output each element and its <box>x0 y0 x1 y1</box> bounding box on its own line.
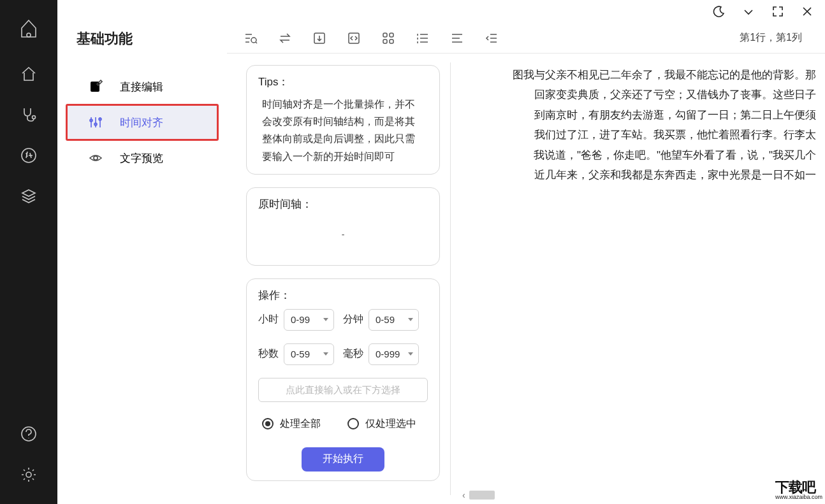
theme-toggle-icon[interactable] <box>713 5 726 18</box>
ms-select[interactable]: 0-999 <box>369 343 419 365</box>
nav-help[interactable] <box>17 422 40 445</box>
tips-title: Tips： <box>258 75 428 89</box>
direct-time-input[interactable] <box>258 378 428 402</box>
radio-label: 处理全部 <box>280 417 321 431</box>
hour-select[interactable]: 0-99 <box>284 309 334 331</box>
radio-icon <box>262 418 274 429</box>
svg-point-13 <box>251 38 256 43</box>
edit-icon <box>88 79 103 94</box>
original-timeline-card: 原时间轴： - <box>246 187 440 266</box>
operation-title: 操作： <box>258 288 428 303</box>
sidebar-item-time-align[interactable]: 时间对齐 <box>66 104 218 140</box>
minute-label: 分钟 <box>343 313 363 326</box>
nav-settings[interactable] <box>17 463 40 486</box>
maximize-icon[interactable] <box>771 5 784 18</box>
minimize-icon[interactable] <box>742 5 755 18</box>
swap-icon[interactable] <box>275 29 295 48</box>
nav-translate[interactable] <box>17 144 40 167</box>
nav-layers[interactable] <box>17 185 40 208</box>
grid-icon[interactable] <box>379 29 398 48</box>
scroll-left-icon[interactable]: ‹ <box>462 490 465 500</box>
second-label: 秒数 <box>258 347 279 361</box>
code-box-icon[interactable] <box>344 29 363 48</box>
svg-rect-19 <box>390 40 393 43</box>
radio-label: 仅处理选中 <box>365 417 416 431</box>
radio-process-selected[interactable]: 仅处理选中 <box>347 417 416 431</box>
hour-label: 小时 <box>258 313 279 326</box>
nav-home[interactable] <box>17 62 40 85</box>
sidebar-item-label: 时间对齐 <box>120 115 163 130</box>
horizontal-scrollbar[interactable]: ‹ <box>462 487 816 504</box>
sidebar-item-label: 直接编辑 <box>120 80 163 94</box>
tips-card: Tips： 时间轴对齐是一个批量操作，并不会改变原有时间轴结构，而是将其整体向前… <box>246 65 440 175</box>
original-timeline-title: 原时间轴： <box>258 197 428 212</box>
eye-icon <box>88 150 103 166</box>
svg-rect-17 <box>390 33 393 37</box>
svg-point-4 <box>26 472 31 477</box>
nav-diagnose[interactable] <box>17 103 40 126</box>
original-timeline-value: - <box>258 218 428 256</box>
align-list-icon[interactable] <box>448 29 467 48</box>
tips-body: 时间轴对齐是一个批量操作，并不会改变原有时间轴结构，而是将其整体向前或是向后调整… <box>258 96 428 165</box>
svg-point-12 <box>94 156 98 160</box>
import-icon[interactable] <box>310 29 329 48</box>
close-icon[interactable] <box>801 5 814 18</box>
outdent-icon[interactable] <box>482 29 501 48</box>
operation-card: 操作： 小时 0-99 分钟 0-59 秒数 0-59 毫秒 0-999 <box>246 278 440 481</box>
svg-rect-18 <box>383 40 387 43</box>
sliders-icon <box>88 115 103 130</box>
execute-button[interactable]: 开始执行 <box>302 447 384 472</box>
svg-point-0 <box>27 33 31 37</box>
watermark: 下载吧 www.xiazaiba.com <box>775 480 822 500</box>
second-select[interactable]: 0-59 <box>284 343 334 365</box>
radio-icon <box>347 418 359 429</box>
minute-select[interactable]: 0-59 <box>369 309 419 331</box>
text-preview: 图我与父亲不相见已二年余了，我最不能忘记的是他的背影。那 回家变卖典质，父亲还了… <box>462 65 816 487</box>
sidebar-item-direct-edit[interactable]: 直接编辑 <box>66 69 218 104</box>
radio-process-all[interactable]: 处理全部 <box>262 417 321 431</box>
sidebar-title: 基础功能 <box>57 29 227 48</box>
search-list-icon[interactable] <box>241 29 260 48</box>
svg-point-1 <box>33 116 36 119</box>
sidebar-item-text-preview[interactable]: 文字预览 <box>66 140 218 176</box>
sidebar-item-label: 文字预览 <box>120 151 163 166</box>
svg-rect-16 <box>383 33 387 37</box>
cursor-position: 第1行，第1列 <box>740 31 802 45</box>
ordered-list-icon[interactable] <box>413 29 432 48</box>
scroll-thumb[interactable] <box>469 491 495 500</box>
app-logo <box>18 18 40 40</box>
ms-label: 毫秒 <box>343 347 363 361</box>
